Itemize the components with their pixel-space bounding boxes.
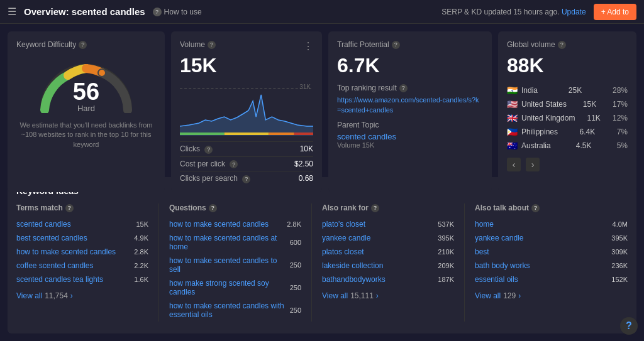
clicks-help-icon[interactable]: ? [204,146,213,154]
page-title: Overview: scented candles [24,6,145,17]
country-row: 🇦🇺Australia 4.5K 5% [507,139,628,153]
list-item: home4.0M [475,217,628,231]
terms-match-view-all[interactable]: View all 11,754 › [16,291,148,300]
kw-term-link[interactable]: scented candles tea lights [16,275,103,284]
kw-term-link[interactable]: coffee scented candles [16,261,94,270]
svg-rect-2 [180,133,225,135]
also-talk-link[interactable]: essential oils [475,275,518,284]
list-item: scented candles tea lights1.6K [16,273,148,286]
volume-value: 15K [180,54,313,77]
svg-rect-3 [225,133,269,135]
list-item: how to make scented candles to sell250 [169,254,301,276]
prev-page-button[interactable]: ‹ [507,158,521,171]
kd-gauge: 56 Hard [16,57,156,113]
country-list: 🇮🇳India 25K 28% 🇺🇸United States 15K 17% … [507,84,628,153]
kw-volume: 15K [136,220,148,228]
also-rank-link[interactable]: yankee candle [322,234,370,242]
update-button[interactable]: Update [562,8,586,16]
traffic-help-icon[interactable]: ? [392,41,400,49]
kw-question-link[interactable]: how make strong scented soy candles [169,279,290,296]
list-item: scented candles15K [16,217,148,231]
kd-card: Keyword Difficulty ? [8,31,165,192]
list-item: how to make scented candles with essenti… [169,299,301,322]
also-rank-link[interactable]: plato's closet [322,220,365,229]
top-ranking-help-icon[interactable]: ? [399,84,408,92]
list-item: plato's closet537K [322,217,454,231]
volume-menu-icon[interactable]: ⋮ [303,40,313,52]
svg-rect-4 [269,133,294,135]
country-row: 🇺🇸United States 15K 17% [507,97,628,111]
questions-header: Questions ? [169,203,301,212]
country-percent: 28% [613,86,628,95]
kw-question-link[interactable]: how to make scented candles with essenti… [169,301,290,319]
list-item: yankee candle395K [322,231,454,245]
clicks-label: Clicks ? [180,144,213,154]
kd-help-icon[interactable]: ? [79,41,87,49]
kw-question-link[interactable]: how to make scented candles at home [169,234,290,251]
also-rank-link[interactable]: lakeside collection [322,261,383,270]
global-help-icon[interactable]: ? [558,41,566,49]
country-volume: 25K [569,86,582,95]
kw-volume: 1.6K [134,276,148,283]
cps-help-icon[interactable]: ? [242,175,250,183]
also-talk-link[interactable]: best [475,247,489,256]
kw-question-link[interactable]: how to make scented candles [169,220,287,229]
parent-topic-link[interactable]: scented candles [337,132,483,141]
top-ranking-url[interactable]: https://www.amazon.com/scented-candles/s… [337,96,479,114]
kw-volume: 152K [611,276,628,283]
global-volume-card: Global volume ? 88K 🇮🇳India 25K 28% 🇺🇸Un… [498,31,636,192]
list-item: yankee candle395K [475,231,628,245]
country-volume: 4.5K [576,141,592,150]
svg-point-0 [99,70,105,76]
questions-col: Questions ? how to make scented candles2… [169,203,312,322]
also-talk-help-icon[interactable]: ? [531,204,540,212]
list-item: lakeside collection209K [322,259,454,273]
country-row: 🇬🇧United Kingdom 11K 12% [507,111,628,125]
also-talk-link[interactable]: bath body works [475,261,530,270]
also-rank-view-all[interactable]: View all 15,111 › [322,291,454,300]
serp-status: SERP & KD updated 15 hours ago. Update [441,8,586,16]
country-name: 🇬🇧United Kingdom [507,113,575,123]
next-page-button[interactable]: › [526,158,540,171]
list-item: bathandbodyworks187K [322,273,454,286]
view-all-chevron-icon: › [70,291,73,300]
cps-value: 0.68 [299,174,313,183]
also-rank-link[interactable]: bathandbodyworks [322,275,386,284]
kw-volume: 250 [290,306,301,314]
pagination: ‹ › [507,158,628,171]
volume-chart: 31K [180,82,313,139]
traffic-card: Traffic Potential ? 6.7K Top ranking res… [328,31,492,192]
chart-max-label: 31K [299,84,311,90]
also-rank-link[interactable]: platos closet [322,247,364,256]
add-to-button[interactable]: + Add to [594,4,636,20]
kw-question-link[interactable]: how to make scented candles to sell [169,256,290,274]
volume-help-icon[interactable]: ? [208,41,216,49]
country-name: 🇮🇳India [507,85,538,95]
kw-term-link[interactable]: how to make scented candles [16,247,116,256]
terms-match-help-icon[interactable]: ? [65,204,74,212]
questions-help-icon[interactable]: ? [209,204,217,212]
also-talk-col: Also talk about ? home4.0Myankee candle3… [475,203,628,322]
also-talk-link[interactable]: home [475,220,494,229]
list-item: best scented candles4.9K [16,231,148,245]
cpc-help-icon[interactable]: ? [230,160,238,168]
kw-volume: 209K [438,262,454,269]
hamburger-icon[interactable]: ☰ [8,6,16,18]
help-question-button[interactable]: ? [620,317,638,335]
volume-stats: Clicks ? 10K Cost per click ? $2.50 Clic… [180,141,313,183]
list-item: platos closet210K [322,245,454,259]
kw-term-link[interactable]: best scented candles [16,234,87,242]
parent-topic-volume: Volume 15K [337,141,483,149]
terms-match-col: Terms match ? scented candles15Kbest sce… [16,203,159,322]
country-percent: 7% [617,127,628,136]
kw-volume: 2.2K [134,262,148,269]
kd-label: Keyword Difficulty ? [16,40,87,49]
also-talk-link[interactable]: yankee candle [475,234,523,242]
kw-term-link[interactable]: scented candles [16,220,71,229]
country-percent: 5% [617,141,628,150]
also-talk-view-all[interactable]: View all 129 › [475,291,628,300]
clicks-value: 10K [300,144,313,153]
also-rank-help-icon[interactable]: ? [371,204,379,212]
help-link[interactable]: ? How to use [153,8,202,16]
kw-volume: 537K [438,220,454,228]
